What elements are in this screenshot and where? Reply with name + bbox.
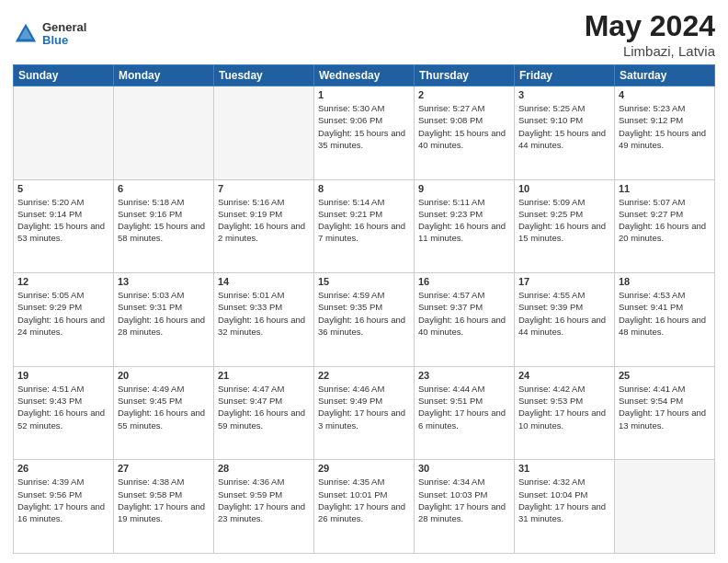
calendar-cell: 24Sunrise: 4:42 AMSunset: 9:53 PMDayligh… — [515, 366, 615, 460]
sunset-label: Sunset: 9:19 PM — [218, 209, 282, 219]
day-info: Sunrise: 5:07 AMSunset: 9:27 PMDaylight:… — [619, 196, 711, 245]
sunrise-label: Sunrise: 5:03 AM — [118, 290, 184, 300]
logo-blue-text: Blue — [42, 34, 86, 47]
sunrise-label: Sunrise: 5:11 AM — [418, 197, 484, 207]
day-info: Sunrise: 4:59 AMSunset: 9:35 PMDaylight:… — [318, 289, 410, 338]
sunrise-label: Sunrise: 5:23 AM — [619, 103, 685, 113]
sunset-label: Sunset: 9:33 PM — [218, 302, 282, 312]
day-info: Sunrise: 5:25 AMSunset: 9:10 PMDaylight:… — [518, 102, 610, 151]
sunset-label: Sunset: 9:58 PM — [118, 489, 182, 500]
sunset-label: Sunset: 9:56 PM — [17, 489, 82, 500]
sunset-label: Sunset: 9:10 PM — [518, 115, 583, 125]
sunrise-label: Sunrise: 5:20 AM — [17, 197, 84, 207]
day-info: Sunrise: 4:39 AMSunset: 9:56 PMDaylight:… — [17, 476, 109, 524]
calendar-cell — [14, 86, 114, 180]
calendar-cell: 15Sunrise: 4:59 AMSunset: 9:35 PMDayligh… — [314, 273, 415, 367]
day-info: Sunrise: 4:49 AMSunset: 9:45 PMDaylight:… — [118, 383, 210, 431]
calendar-cell: 30Sunrise: 4:34 AMSunset: 10:03 PMDaylig… — [415, 460, 515, 554]
daylight-label: Daylight: 16 hours and 15 minutes. — [518, 221, 606, 243]
calendar-week-4: 19Sunrise: 4:51 AMSunset: 9:43 PMDayligh… — [14, 366, 715, 460]
day-number: 28 — [218, 463, 310, 474]
calendar-cell: 25Sunrise: 4:41 AMSunset: 9:54 PMDayligh… — [615, 366, 715, 460]
day-info: Sunrise: 5:01 AMSunset: 9:33 PMDaylight:… — [218, 289, 310, 338]
calendar-cell: 29Sunrise: 4:35 AMSunset: 10:01 PMDaylig… — [314, 460, 415, 554]
day-number: 12 — [17, 276, 109, 287]
calendar-cell: 11Sunrise: 5:07 AMSunset: 9:27 PMDayligh… — [615, 179, 715, 273]
calendar-cell: 2Sunrise: 5:27 AMSunset: 9:08 PMDaylight… — [415, 86, 515, 180]
day-info: Sunrise: 4:55 AMSunset: 9:39 PMDaylight:… — [518, 289, 610, 338]
header-tuesday: Tuesday — [214, 65, 314, 86]
day-info: Sunrise: 4:57 AMSunset: 9:37 PMDaylight:… — [418, 289, 510, 338]
daylight-label: Daylight: 15 hours and 53 minutes. — [17, 221, 105, 243]
day-number: 18 — [619, 276, 711, 287]
sunset-label: Sunset: 9:49 PM — [318, 396, 382, 406]
day-number: 29 — [318, 463, 410, 474]
page: General Blue May 2024 Limbazi, Latvia Su… — [0, 0, 728, 563]
sunrise-label: Sunrise: 4:59 AM — [318, 290, 384, 300]
sunrise-label: Sunrise: 5:18 AM — [118, 197, 184, 207]
sunrise-label: Sunrise: 5:25 AM — [518, 103, 585, 113]
daylight-label: Daylight: 15 hours and 49 minutes. — [619, 128, 706, 150]
daylight-label: Daylight: 16 hours and 36 minutes. — [318, 315, 405, 337]
daylight-label: Daylight: 16 hours and 32 minutes. — [218, 315, 305, 337]
calendar-cell: 21Sunrise: 4:47 AMSunset: 9:47 PMDayligh… — [214, 366, 314, 460]
daylight-label: Daylight: 16 hours and 11 minutes. — [418, 221, 506, 243]
calendar-cell: 8Sunrise: 5:14 AMSunset: 9:21 PMDaylight… — [314, 179, 415, 273]
sunset-label: Sunset: 9:47 PM — [218, 396, 282, 406]
calendar-cell: 14Sunrise: 5:01 AMSunset: 9:33 PMDayligh… — [214, 273, 314, 367]
day-info: Sunrise: 5:03 AMSunset: 9:31 PMDaylight:… — [118, 289, 210, 338]
day-number: 20 — [118, 370, 210, 381]
sunset-label: Sunset: 9:29 PM — [17, 302, 82, 312]
sunrise-label: Sunrise: 4:41 AM — [619, 384, 685, 394]
calendar-cell: 22Sunrise: 4:46 AMSunset: 9:49 PMDayligh… — [314, 366, 415, 460]
day-info: Sunrise: 5:20 AMSunset: 9:14 PMDaylight:… — [17, 196, 109, 245]
day-info: Sunrise: 5:23 AMSunset: 9:12 PMDaylight:… — [619, 102, 711, 151]
day-info: Sunrise: 4:32 AMSunset: 10:04 PMDaylight… — [518, 476, 610, 524]
calendar-week-2: 5Sunrise: 5:20 AMSunset: 9:14 PMDaylight… — [14, 179, 715, 273]
daylight-label: Daylight: 16 hours and 59 minutes. — [218, 408, 305, 430]
sunrise-label: Sunrise: 4:34 AM — [418, 477, 484, 487]
sunset-label: Sunset: 9:31 PM — [118, 302, 182, 312]
day-info: Sunrise: 4:34 AMSunset: 10:03 PMDaylight… — [418, 476, 510, 524]
sunset-label: Sunset: 9:06 PM — [318, 115, 382, 125]
daylight-label: Daylight: 17 hours and 10 minutes. — [518, 408, 606, 430]
sunset-label: Sunset: 9:51 PM — [418, 396, 483, 406]
daylight-label: Daylight: 16 hours and 7 minutes. — [318, 221, 405, 243]
sunrise-label: Sunrise: 4:51 AM — [17, 384, 84, 394]
calendar-cell: 16Sunrise: 4:57 AMSunset: 9:37 PMDayligh… — [415, 273, 515, 367]
daylight-label: Daylight: 17 hours and 19 minutes. — [118, 501, 205, 523]
daylight-label: Daylight: 16 hours and 55 minutes. — [118, 408, 205, 430]
calendar-cell: 17Sunrise: 4:55 AMSunset: 9:39 PMDayligh… — [515, 273, 615, 367]
calendar-week-5: 26Sunrise: 4:39 AMSunset: 9:56 PMDayligh… — [14, 460, 715, 554]
sunrise-label: Sunrise: 4:53 AM — [619, 290, 685, 300]
day-info: Sunrise: 4:47 AMSunset: 9:47 PMDaylight:… — [218, 383, 310, 431]
calendar-week-1: 1Sunrise: 5:30 AMSunset: 9:06 PMDaylight… — [14, 86, 715, 180]
sunset-label: Sunset: 9:35 PM — [318, 302, 382, 312]
day-number: 6 — [118, 183, 210, 194]
calendar-cell: 5Sunrise: 5:20 AMSunset: 9:14 PMDaylight… — [14, 179, 114, 273]
day-info: Sunrise: 4:35 AMSunset: 10:01 PMDaylight… — [318, 476, 410, 524]
daylight-label: Daylight: 16 hours and 52 minutes. — [17, 408, 105, 430]
day-info: Sunrise: 5:30 AMSunset: 9:06 PMDaylight:… — [318, 102, 410, 151]
sunrise-label: Sunrise: 4:47 AM — [218, 384, 284, 394]
daylight-label: Daylight: 15 hours and 35 minutes. — [318, 128, 405, 150]
calendar-cell — [615, 460, 715, 554]
day-number: 1 — [318, 89, 410, 100]
day-number: 22 — [318, 370, 410, 381]
daylight-label: Daylight: 17 hours and 6 minutes. — [418, 408, 506, 430]
day-info: Sunrise: 5:16 AMSunset: 9:19 PMDaylight:… — [218, 196, 310, 245]
sunrise-label: Sunrise: 5:01 AM — [218, 290, 284, 300]
sunrise-label: Sunrise: 5:05 AM — [17, 290, 84, 300]
sunset-label: Sunset: 9:54 PM — [619, 396, 683, 406]
title-month: May 2024 — [585, 9, 715, 43]
day-number: 15 — [318, 276, 410, 287]
sunrise-label: Sunrise: 4:36 AM — [218, 477, 284, 487]
sunset-label: Sunset: 10:04 PM — [518, 489, 588, 500]
calendar-cell: 3Sunrise: 5:25 AMSunset: 9:10 PMDaylight… — [515, 86, 615, 180]
day-number: 17 — [518, 276, 610, 287]
calendar-week-3: 12Sunrise: 5:05 AMSunset: 9:29 PMDayligh… — [14, 273, 715, 367]
calendar-cell — [214, 86, 314, 180]
day-number: 25 — [619, 370, 711, 381]
daylight-label: Daylight: 17 hours and 13 minutes. — [619, 408, 706, 430]
sunrise-label: Sunrise: 4:44 AM — [418, 384, 484, 394]
